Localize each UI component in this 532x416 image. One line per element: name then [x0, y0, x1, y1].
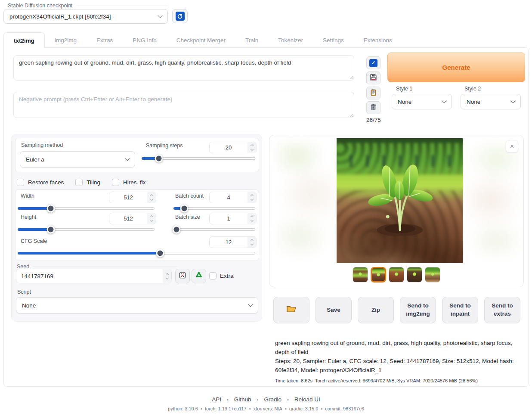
sprout-icon — [430, 272, 435, 276]
thumbnail-1[interactable] — [353, 267, 368, 283]
stepper-arrows[interactable] — [147, 192, 156, 203]
stepper-arrows[interactable] — [247, 142, 256, 153]
tab-train[interactable]: Train — [235, 32, 268, 48]
tab-extensions[interactable]: Extensions — [354, 32, 402, 48]
batch-count-input[interactable]: 4 — [209, 192, 257, 203]
reuse-seed-button[interactable] — [192, 269, 206, 283]
style1-select[interactable]: None — [392, 94, 452, 109]
random-seed-button[interactable] — [175, 269, 190, 283]
stepper-arrows[interactable] — [147, 213, 156, 224]
close-gallery-button[interactable]: × — [506, 140, 518, 152]
thumbnail-strip — [269, 267, 523, 283]
batch-count-label: Batch count — [175, 193, 204, 199]
sampling-steps-slider[interactable] — [142, 157, 255, 160]
seed-input[interactable]: 1441787169 — [16, 269, 172, 283]
version-info: python: 3.10.6 • torch: 1.13.1+cu117 • x… — [0, 406, 532, 411]
height-slider[interactable] — [18, 228, 155, 231]
slider-knob[interactable] — [46, 205, 55, 213]
sampling-steps-value: 20 — [210, 144, 247, 151]
extra-seed-label: Extra — [220, 273, 234, 279]
toggle-row: Restore faces Tiling Hires. fix — [17, 179, 146, 186]
hires-fix-checkbox[interactable] — [112, 179, 119, 186]
refresh-checkpoint-button[interactable] — [172, 9, 188, 23]
slider-knob[interactable] — [155, 155, 163, 163]
save-button[interactable]: Save — [315, 297, 352, 323]
sampling-steps-input[interactable]: 20 — [209, 142, 257, 153]
send-to-img2img-button[interactable]: Send to img2img — [400, 297, 436, 323]
thumbnail-4[interactable] — [407, 267, 422, 283]
paste-generation-params-button[interactable]: ✓ — [366, 56, 380, 69]
output-gallery: × — [269, 135, 524, 287]
tab-img2img[interactable]: img2img — [45, 32, 87, 48]
tab-png-info[interactable]: PNG Info — [123, 32, 167, 48]
send-to-inpaint-button[interactable]: Send to inpaint — [442, 297, 478, 323]
zip-button[interactable]: Zip — [358, 297, 394, 323]
height-label: Height — [21, 214, 36, 220]
sampling-steps-label: Sampling steps — [146, 143, 182, 149]
batch-count-slider[interactable] — [173, 207, 255, 210]
reload-ui-link[interactable]: Reload UI — [294, 396, 320, 403]
stepper-arrows[interactable] — [247, 237, 256, 248]
slider-knob[interactable] — [156, 249, 164, 258]
separator: • — [287, 397, 289, 402]
prompt-input[interactable]: green sapling rowing out of ground, mud,… — [13, 55, 354, 81]
width-input[interactable]: 512 — [109, 192, 156, 203]
tiling-checkbox[interactable] — [75, 179, 83, 186]
apply-style-button[interactable] — [366, 87, 380, 99]
style1-label: Style 1 — [396, 86, 412, 92]
slider-knob[interactable] — [46, 226, 55, 234]
thumbnail-5[interactable] — [425, 267, 440, 283]
style2-value: None — [467, 99, 511, 105]
thumbnail-3[interactable] — [389, 267, 404, 283]
send-to-extras-button[interactable]: Send to extras — [484, 297, 520, 323]
batch-size-input[interactable]: 1 — [209, 213, 257, 224]
stepper-arrows[interactable] — [247, 213, 256, 224]
generate-button[interactable]: Generate — [387, 53, 525, 82]
thumbnail-2-selected[interactable] — [371, 267, 386, 283]
tab-tokenizer[interactable]: Tokenizer — [268, 32, 313, 48]
batch-size-slider[interactable] — [173, 228, 255, 231]
generated-image[interactable] — [337, 138, 463, 263]
chevron-down-icon — [248, 302, 253, 307]
restore-faces-checkbox[interactable] — [17, 179, 24, 186]
tab-settings[interactable]: Settings — [313, 32, 354, 48]
api-link[interactable]: API — [212, 396, 221, 403]
github-link[interactable]: Github — [234, 396, 251, 403]
checkpoint-select[interactable]: protogenX34OfficialR_1.ckpt [60fe2f34] — [3, 9, 168, 24]
script-label: Script — [17, 289, 31, 295]
save-style-button[interactable] — [366, 71, 380, 84]
checkpoint-label-row: Stable Diffusion checkpoint — [3, 2, 168, 9]
open-folder-button[interactable] — [273, 297, 309, 323]
stepper-arrows[interactable] — [247, 192, 256, 203]
info-params-line: Steps: 20, Sampler: Euler a, CFG scale: … — [275, 357, 524, 375]
tab-txt2img[interactable]: txt2img — [3, 32, 45, 48]
stepper-arrows[interactable] — [163, 269, 171, 283]
hires-fix-toggle: Hires. fix — [112, 179, 146, 186]
width-slider[interactable] — [18, 207, 155, 210]
sprout-icon — [412, 272, 417, 276]
chevron-down-icon — [442, 98, 446, 103]
gradio-link[interactable]: Gradio — [264, 396, 281, 403]
sprout-icon — [394, 272, 399, 276]
clear-prompt-button[interactable] — [366, 101, 380, 114]
cfg-scale-input[interactable]: 12 — [209, 236, 257, 248]
script-select[interactable]: None — [16, 297, 258, 314]
tab-extras[interactable]: Extras — [87, 32, 123, 48]
cfg-scale-value: 12 — [210, 239, 247, 245]
height-input[interactable]: 512 — [109, 213, 156, 224]
sampling-card: Sampling method Euler a Sampling steps 2… — [15, 138, 259, 172]
slider-knob[interactable] — [172, 226, 180, 234]
cfg-scale-slider[interactable] — [18, 252, 255, 255]
trash-icon — [370, 103, 377, 112]
style2-select[interactable]: None — [461, 94, 521, 109]
extra-seed-checkbox[interactable] — [209, 272, 217, 279]
restore-faces-label: Restore faces — [28, 179, 64, 186]
script-value: None — [22, 302, 249, 309]
sampling-method-select[interactable]: Euler a — [20, 151, 135, 168]
dice-icon — [179, 271, 186, 281]
sprout-icon — [376, 273, 381, 276]
slider-knob[interactable] — [180, 205, 189, 213]
tab-checkpoint-merger[interactable]: Checkpoint Merger — [167, 32, 235, 48]
negative-prompt-input[interactable] — [13, 92, 354, 118]
footer-links: API • Github • Gradio • Reload UI — [0, 396, 532, 403]
